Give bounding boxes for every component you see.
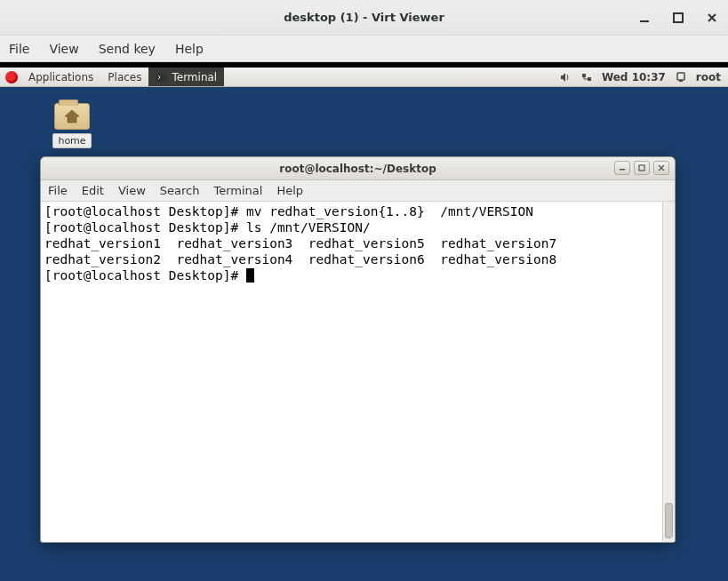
terminal-minimize-button[interactable] <box>614 161 630 175</box>
distro-logo-icon[interactable] <box>5 71 18 84</box>
virt-viewer-menubar: File View Send key Help <box>0 36 728 62</box>
maximize-button[interactable] <box>669 9 687 27</box>
terminal-menu-terminal[interactable]: Terminal <box>213 184 262 197</box>
terminal-menubar: File Edit View Search Terminal Help <box>41 180 675 202</box>
desktop-icon-label: home <box>52 133 91 148</box>
maximize-icon <box>672 12 684 24</box>
svg-rect-7 <box>620 169 625 171</box>
minimize-icon <box>638 12 651 24</box>
panel-user[interactable]: root <box>696 71 721 84</box>
panel-left: Applications Places Terminal <box>0 68 224 86</box>
svg-rect-0 <box>640 20 649 22</box>
panel-right: Wed 10:37 root <box>559 71 728 84</box>
folder-icon <box>54 103 90 130</box>
svg-rect-4 <box>588 77 591 81</box>
svg-rect-5 <box>677 73 684 80</box>
terminal-menu-view[interactable]: View <box>118 184 146 197</box>
volume-icon[interactable] <box>559 71 572 84</box>
svg-rect-3 <box>582 74 586 77</box>
close-button[interactable] <box>703 9 721 27</box>
gnome-top-panel: Applications Places Terminal Wed 10:37 <box>0 68 728 87</box>
close-icon <box>658 164 665 171</box>
desktop-icon-home[interactable]: home <box>49 103 95 148</box>
terminal-menu-help[interactable]: Help <box>276 184 303 197</box>
terminal-cursor <box>246 268 254 283</box>
terminal-window: root@localhost:~/Desktop File Edit V <box>40 156 676 543</box>
terminal-line: [root@localhost Desktop]# ls /mnt/VERSIO… <box>44 220 371 235</box>
terminal-menu-file[interactable]: File <box>48 184 68 197</box>
svg-rect-2 <box>156 73 167 82</box>
svg-rect-1 <box>674 13 683 22</box>
virt-viewer-title: desktop (1) - Virt Viewer <box>284 11 444 24</box>
close-icon <box>706 12 718 24</box>
guest-desktop[interactable]: Applications Places Terminal Wed 10:37 <box>0 68 728 581</box>
panel-places-label: Places <box>108 71 141 84</box>
terminal-icon <box>156 71 168 84</box>
virt-viewer-window: desktop (1) - Virt Viewer File View Send… <box>0 0 728 581</box>
panel-places[interactable]: Places <box>100 68 148 86</box>
virt-viewer-titlebar: desktop (1) - Virt Viewer <box>0 0 728 36</box>
panel-applications-label: Applications <box>28 71 93 84</box>
terminal-line: redhat_version2 redhat_version4 redhat_v… <box>44 252 556 267</box>
minimize-button[interactable] <box>636 9 653 27</box>
taskbar-terminal[interactable]: Terminal <box>148 68 224 86</box>
terminal-menu-search[interactable]: Search <box>160 184 200 197</box>
terminal-line: [root@localhost Desktop]# <box>44 268 246 283</box>
terminal-close-button[interactable] <box>653 161 669 175</box>
terminal-window-controls <box>614 161 669 175</box>
power-icon[interactable] <box>675 71 687 84</box>
terminal-maximize-button[interactable] <box>634 161 650 175</box>
home-icon <box>64 109 80 123</box>
svg-rect-8 <box>639 165 644 171</box>
panel-applications[interactable]: Applications <box>21 68 100 86</box>
terminal-title: root@localhost:~/Desktop <box>279 163 436 175</box>
svg-rect-6 <box>679 80 683 82</box>
network-icon[interactable] <box>580 71 593 84</box>
menu-view[interactable]: View <box>49 42 78 56</box>
window-controls <box>636 0 721 36</box>
taskbar-terminal-label: Terminal <box>172 71 217 84</box>
terminal-line: redhat_version1 redhat_version3 redhat_v… <box>44 236 556 251</box>
terminal-body[interactable]: [root@localhost Desktop]# mv redhat_vers… <box>41 202 675 542</box>
panel-clock[interactable]: Wed 10:37 <box>602 71 666 84</box>
minimize-icon <box>619 164 626 171</box>
terminal-line: [root@localhost Desktop]# mv redhat_vers… <box>44 204 533 219</box>
terminal-scroll-thumb[interactable] <box>665 503 673 538</box>
menu-file[interactable]: File <box>9 42 29 56</box>
terminal-scrollbar[interactable] <box>662 202 675 542</box>
terminal-menu-edit[interactable]: Edit <box>82 184 104 197</box>
terminal-titlebar[interactable]: root@localhost:~/Desktop <box>41 157 675 180</box>
maximize-icon <box>638 164 645 171</box>
menu-help[interactable]: Help <box>175 42 204 56</box>
menu-send-key[interactable]: Send key <box>99 42 156 56</box>
